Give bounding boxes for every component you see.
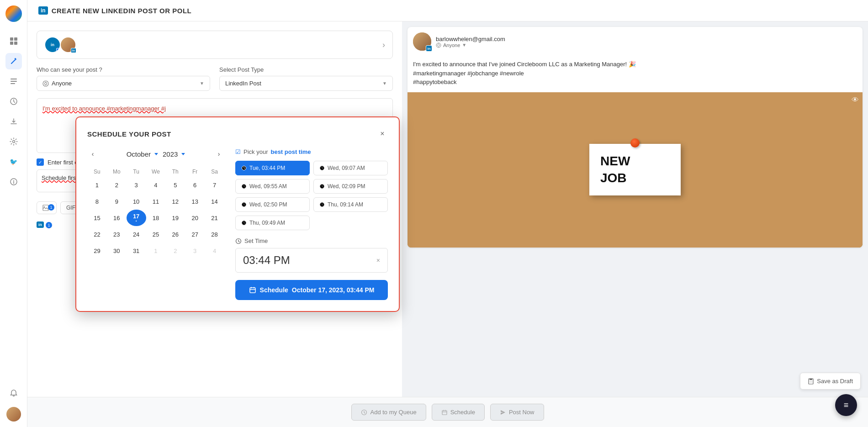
time-slot[interactable]: Tue, 03:44 PM xyxy=(235,161,310,175)
calendar-weekday: Sa xyxy=(205,167,224,177)
time-slots-grid: Tue, 03:44 PMWed, 09:07 AMWed, 09:55 AMW… xyxy=(235,161,388,230)
svg-rect-3 xyxy=(14,42,17,45)
svg-rect-2 xyxy=(10,42,13,45)
set-time-label: Set Time xyxy=(235,237,388,244)
calendar-day[interactable]: 2 xyxy=(165,242,185,259)
modal-header: SCHEDULE YOUR POST × xyxy=(87,128,388,139)
calendar-day[interactable]: 5 xyxy=(165,177,185,193)
calendar-weekday: Th xyxy=(165,167,185,177)
svg-rect-5 xyxy=(11,81,17,82)
calendar-day[interactable]: 10 xyxy=(127,193,146,210)
calendar-day[interactable]: 31 xyxy=(127,242,146,259)
best-time-header: ☑ Pick your best post time xyxy=(235,148,388,155)
best-time-prefix: Pick your xyxy=(243,148,268,155)
calendar-weekday: Tu xyxy=(127,167,146,177)
svg-rect-6 xyxy=(11,83,15,84)
calendar-day[interactable]: 30 xyxy=(107,242,127,259)
calendar-day[interactable]: 18 xyxy=(146,210,166,226)
user-avatar[interactable] xyxy=(6,407,21,422)
time-slot[interactable]: Wed, 02:50 PM xyxy=(235,197,310,212)
calendar-day[interactable]: 21 xyxy=(205,210,224,226)
sidebar-item-info[interactable] xyxy=(5,174,22,190)
time-input-row: 03:44 PM × xyxy=(235,248,388,273)
time-slot[interactable]: Wed, 09:55 AM xyxy=(235,179,310,194)
calendar-day[interactable]: 22 xyxy=(87,226,107,242)
calendar-day[interactable]: 15 xyxy=(87,210,107,226)
calendar-day[interactable]: 14 xyxy=(205,193,224,210)
calendar-month: October xyxy=(127,150,151,158)
time-display[interactable]: 03:44 PM xyxy=(243,254,290,267)
svg-rect-31 xyxy=(250,288,255,293)
calendar-day[interactable]: 27 xyxy=(185,226,205,242)
app-logo[interactable] xyxy=(5,5,22,22)
calendar-day[interactable]: 12 xyxy=(165,193,185,210)
year-dropdown-icon[interactable] xyxy=(181,153,185,155)
modal-title: SCHEDULE YOUR POST xyxy=(87,130,171,138)
best-time-bold: best post time xyxy=(270,148,311,155)
svg-point-8 xyxy=(12,141,15,143)
time-slot[interactable]: Thu, 09:49 AM xyxy=(235,216,310,230)
calendar-day[interactable]: 11 xyxy=(146,193,166,210)
schedule-btn-label: Schedule xyxy=(260,286,288,294)
calendar-weekday: Mo xyxy=(107,167,127,177)
best-time-check-icon: ☑ xyxy=(235,148,241,155)
calendar-day[interactable]: 6 xyxy=(185,177,205,193)
calendar-day[interactable]: 20 xyxy=(185,210,205,226)
time-slot[interactable]: Wed, 09:07 AM xyxy=(313,161,388,175)
schedule-modal: SCHEDULE YOUR POST × ‹ October 2023 › xyxy=(75,116,400,312)
calendar-day[interactable]: 28 xyxy=(205,226,224,242)
modal-overlay: SCHEDULE YOUR POST × ‹ October 2023 › xyxy=(27,0,868,427)
calendar-day[interactable]: 25 xyxy=(146,226,166,242)
calendar-grid: SuMoTuWeThFrSa 1234567891011121314151617… xyxy=(87,167,224,259)
sidebar-item-download[interactable] xyxy=(5,113,22,130)
calendar-year: 2023 xyxy=(163,150,178,158)
calendar-day[interactable]: 3 xyxy=(185,242,205,259)
sidebar-item-compose[interactable] xyxy=(5,53,22,69)
calendar-weekday: Fr xyxy=(185,167,205,177)
calendar-day[interactable]: 9 xyxy=(107,193,127,210)
calendar-day[interactable]: 13 xyxy=(185,193,205,210)
calendar-day[interactable]: 2 xyxy=(107,177,127,193)
sidebar-item-notifications[interactable] xyxy=(5,385,22,401)
sidebar: 🐦 xyxy=(0,0,27,427)
time-slot[interactable]: Wed, 02:09 PM xyxy=(313,179,388,194)
modal-body: ‹ October 2023 › SuMoTuWeThFrSa 12345678… xyxy=(87,148,388,300)
sidebar-item-settings[interactable] xyxy=(5,133,22,150)
schedule-confirm-button[interactable]: Schedule October 17, 2023, 03:44 PM xyxy=(235,280,388,300)
calendar-day[interactable]: 4 xyxy=(205,242,224,259)
calendar-section: ‹ October 2023 › SuMoTuWeThFrSa 12345678… xyxy=(87,148,224,300)
calendar-day[interactable]: 29 xyxy=(87,242,107,259)
time-section: ☑ Pick your best post time Tue, 03:44 PM… xyxy=(235,148,388,300)
fab-menu-button[interactable]: ≡ xyxy=(835,394,857,416)
calendar-day[interactable]: 1 xyxy=(87,177,107,193)
calendar-nav: ‹ October 2023 › xyxy=(87,148,224,159)
sidebar-item-dashboard[interactable] xyxy=(5,33,22,49)
calendar-day[interactable]: 19 xyxy=(165,210,185,226)
calendar-day[interactable]: 24 xyxy=(127,226,146,242)
schedule-btn-date: October 17, 2023, 03:44 PM xyxy=(292,286,375,294)
sidebar-item-schedule[interactable] xyxy=(5,93,22,110)
calendar-day[interactable]: 16 xyxy=(107,210,127,226)
calendar-day[interactable]: 23 xyxy=(107,226,127,242)
calendar-day[interactable]: 8 xyxy=(87,193,107,210)
month-dropdown-icon[interactable] xyxy=(154,153,158,155)
calendar-day[interactable]: 4 xyxy=(146,177,166,193)
calendar-day[interactable]: 1 xyxy=(146,242,166,259)
time-slot[interactable]: Thu, 09:14 AM xyxy=(313,197,388,212)
calendar-day[interactable]: 26 xyxy=(165,226,185,242)
calendar-day[interactable]: 7 xyxy=(205,177,224,193)
sidebar-item-twitter[interactable]: 🐦 xyxy=(5,153,22,170)
svg-rect-0 xyxy=(10,37,13,41)
svg-rect-4 xyxy=(11,79,17,79)
calendar-day[interactable]: 3 xyxy=(127,177,146,193)
calendar-weekday: We xyxy=(146,167,166,177)
calendar-day[interactable]: 17 xyxy=(127,210,146,226)
calendar-prev-button[interactable]: ‹ xyxy=(87,148,98,159)
sidebar-item-feed[interactable] xyxy=(5,73,22,90)
calendar-weekday: Su xyxy=(87,167,107,177)
calendar-next-button[interactable]: › xyxy=(213,148,224,159)
svg-rect-1 xyxy=(14,37,17,41)
time-clear-button[interactable]: × xyxy=(376,257,380,264)
modal-close-button[interactable]: × xyxy=(377,128,388,139)
calendar-month-year: October 2023 xyxy=(127,150,185,158)
